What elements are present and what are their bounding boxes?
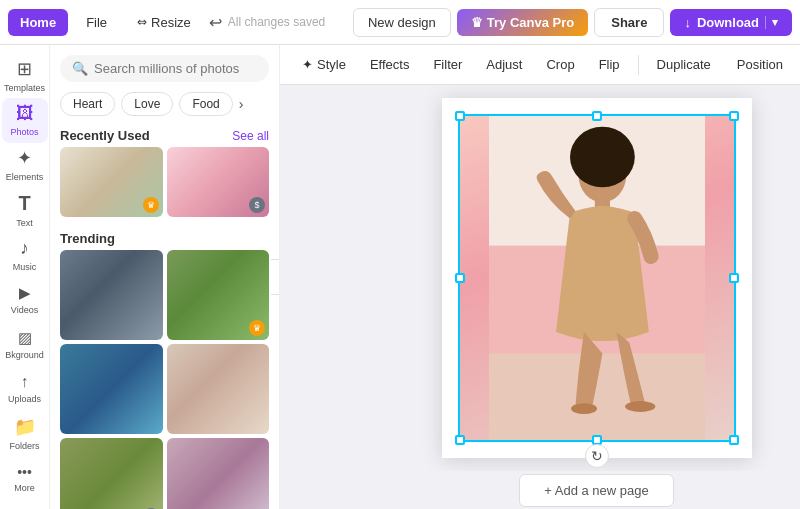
sidebar-item-text[interactable]: T Text <box>2 187 48 232</box>
recently-used-header: Recently Used See all <box>50 122 279 147</box>
panel-scroll: Recently Used See all ♛ $ Trending <box>50 122 279 509</box>
recently-used-title: Recently Used <box>60 128 150 143</box>
videos-icon: ▶ <box>19 284 31 302</box>
search-icon: 🔍 <box>72 61 88 76</box>
toolbar-separator <box>638 55 639 75</box>
sidebar-item-templates[interactable]: ⊞ Templates <box>2 53 48 98</box>
more-icon: ••• <box>17 464 32 480</box>
hide-panel-button[interactable]: ‹ <box>271 259 280 295</box>
saved-status: All changes saved <box>228 15 347 29</box>
category-heart[interactable]: Heart <box>60 92 115 116</box>
category-love[interactable]: Love <box>121 92 173 116</box>
recently-used-grid: ♛ $ <box>50 147 279 225</box>
uploads-icon: ↑ <box>21 373 29 391</box>
category-chips: Heart Love Food › <box>50 88 279 122</box>
resize-icon: ⇔ <box>137 15 147 29</box>
toolbar-right: Duplicate Position ⊞ 🔒 🗑 <box>647 50 800 80</box>
filter-button[interactable]: Filter <box>423 52 472 77</box>
sidebar-item-background[interactable]: ▨ Bkground <box>2 322 48 367</box>
top-bar: Home File ⇔ Resize ↩ All changes saved N… <box>0 0 800 45</box>
toolbar: ✦ Style Effects Filter Adjust Crop Flip … <box>280 45 800 85</box>
home-button[interactable]: Home <box>8 9 68 36</box>
handle-top-mid[interactable] <box>592 111 602 121</box>
canvas-image <box>460 116 734 440</box>
rotate-button[interactable]: ↻ <box>585 444 609 468</box>
undo-button[interactable]: ↩ <box>209 13 222 32</box>
sidebar-item-photos[interactable]: 🖼 Photos <box>2 98 48 143</box>
canvas-page: ↻ <box>442 98 752 458</box>
handle-mid-left[interactable] <box>455 273 465 283</box>
handle-bottom-right[interactable] <box>729 435 739 445</box>
style-button[interactable]: ✦ Style <box>292 52 356 77</box>
handle-top-left[interactable] <box>455 111 465 121</box>
sidebar-item-videos[interactable]: ▶ Videos <box>2 277 48 322</box>
new-design-button[interactable]: New design <box>353 8 451 37</box>
workspace: 📝 ⧉ + <box>280 85 800 471</box>
dollar-badge: $ <box>249 197 265 213</box>
sidebar-item-folders[interactable]: 📁 Folders <box>2 411 48 456</box>
crop-button[interactable]: Crop <box>536 52 584 77</box>
selected-image-container[interactable]: ↻ <box>458 114 736 442</box>
icon-sidebar: ⊞ Templates 🖼 Photos ✦ Elements T Text ♪… <box>0 45 50 509</box>
crown-badge-2: ♛ <box>249 320 265 336</box>
recently-used-thumb-1[interactable]: ♛ <box>60 147 163 217</box>
search-input[interactable] <box>94 61 257 76</box>
trending-title: Trending <box>60 231 115 246</box>
flip-button[interactable]: Flip <box>589 52 630 77</box>
file-button[interactable]: File <box>74 9 119 36</box>
svg-point-6 <box>571 403 597 414</box>
duplicate-button[interactable]: Duplicate <box>647 52 721 77</box>
background-icon: ▨ <box>18 329 32 347</box>
photos-icon: 🖼 <box>16 103 34 124</box>
text-icon: T <box>18 192 30 215</box>
handle-bottom-left[interactable] <box>455 435 465 445</box>
left-panel: 🔍 Heart Love Food › Recently Used See al… <box>50 45 280 509</box>
trending-thumb-6[interactable] <box>167 438 270 509</box>
try-canva-button[interactable]: ♛ Try Canva Pro <box>457 9 588 36</box>
trending-thumb-1[interactable] <box>60 250 163 340</box>
handle-mid-right[interactable] <box>729 273 739 283</box>
handle-top-right[interactable] <box>729 111 739 121</box>
download-dropdown-arrow[interactable]: ▾ <box>765 16 778 29</box>
see-all-link[interactable]: See all <box>232 129 269 143</box>
main-area: ⊞ Templates 🖼 Photos ✦ Elements T Text ♪… <box>0 45 800 509</box>
adjust-button[interactable]: Adjust <box>476 52 532 77</box>
search-container: 🔍 <box>50 45 279 88</box>
add-page-area: + Add a new page <box>280 471 800 509</box>
add-page-button[interactable]: + Add a new page <box>519 474 673 507</box>
category-food[interactable]: Food <box>179 92 232 116</box>
trending-thumb-2[interactable]: ♛ <box>167 250 270 340</box>
download-button[interactable]: ↓ Download ▾ <box>670 9 792 36</box>
sidebar-item-more[interactable]: ••• More <box>2 456 48 501</box>
trending-thumb-5[interactable]: € <box>60 438 163 509</box>
position-button[interactable]: Position <box>727 52 793 77</box>
effects-button[interactable]: Effects <box>360 52 420 77</box>
download-icon: ↓ <box>684 15 691 30</box>
crown-badge: ♛ <box>143 197 159 213</box>
share-button[interactable]: Share <box>594 8 664 37</box>
svg-point-4 <box>570 127 635 187</box>
categories-more[interactable]: › <box>239 96 244 112</box>
trending-grid: ♛ € <box>50 250 279 509</box>
trending-thumb-3[interactable] <box>60 344 163 434</box>
sidebar-item-elements[interactable]: ✦ Elements <box>2 143 48 188</box>
sidebar-item-music[interactable]: ♪ Music <box>2 232 48 277</box>
svg-point-7 <box>625 401 655 412</box>
style-icon: ✦ <box>302 57 313 72</box>
music-icon: ♪ <box>20 238 29 259</box>
trending-thumb-4[interactable] <box>167 344 270 434</box>
canvas-area: ✦ Style Effects Filter Adjust Crop Flip … <box>280 45 800 509</box>
trending-header: Trending <box>50 225 279 250</box>
resize-button[interactable]: ⇔ Resize <box>125 9 203 36</box>
templates-icon: ⊞ <box>17 58 32 80</box>
recently-used-thumb-2[interactable]: $ <box>167 147 270 217</box>
elements-icon: ✦ <box>17 147 32 169</box>
folders-icon: 📁 <box>14 416 36 438</box>
search-box: 🔍 <box>60 55 269 82</box>
sidebar-item-uploads[interactable]: ↑ Uploads <box>2 367 48 412</box>
crown-icon: ♛ <box>471 15 483 30</box>
